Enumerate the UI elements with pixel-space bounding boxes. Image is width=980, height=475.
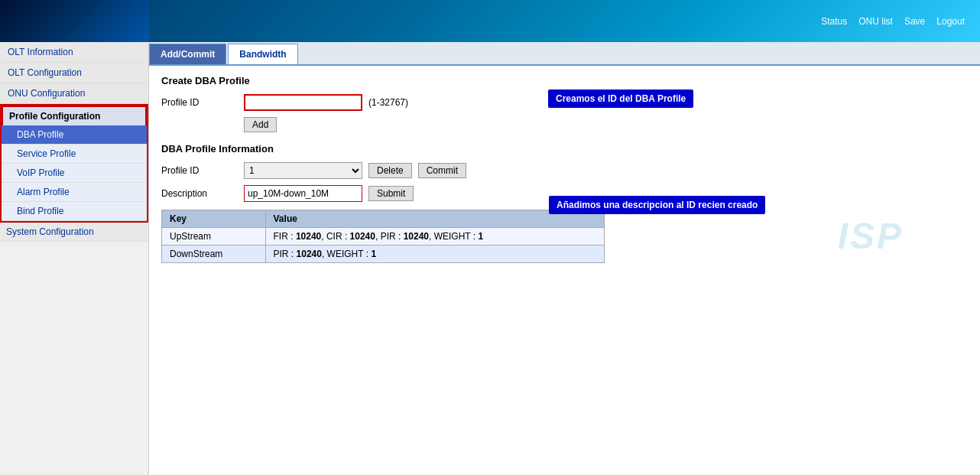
sidebar-system-configuration[interactable]: System Configuration xyxy=(0,223,148,242)
tab-bandwidth[interactable]: Bandwidth xyxy=(228,44,297,64)
onu-list-link[interactable]: ONU list xyxy=(858,16,893,27)
create-profile-id-label: Profile ID xyxy=(161,97,238,108)
description-label: Description xyxy=(161,188,238,199)
tab-add-commit[interactable]: Add/Commit xyxy=(149,44,226,64)
sidebar-profile-configuration[interactable]: Profile Configuration xyxy=(2,106,147,125)
create-profile-id-input[interactable] xyxy=(244,94,362,111)
header-nav: Status ONU list Save Logout xyxy=(821,16,965,27)
table-header-value: Value xyxy=(265,210,604,228)
main-content: Add/Commit Bandwidth Create DBA Profile … xyxy=(149,42,980,475)
table-row: UpStreamFIR : 10240, CIR : 10240, PIR : … xyxy=(162,228,605,246)
add-button[interactable]: Add xyxy=(244,117,277,132)
tab-bar: Add/Commit Bandwidth xyxy=(149,42,980,66)
sidebar: OLT Information OLT Configuration ONU Co… xyxy=(0,42,149,475)
range-hint: (1-32767) xyxy=(368,97,408,108)
info-profile-id-label: Profile ID xyxy=(161,165,238,176)
data-table: Key Value UpStreamFIR : 10240, CIR : 102… xyxy=(161,210,605,263)
sidebar-olt-configuration[interactable]: OLT Configuration xyxy=(0,63,148,83)
sidebar-service-profile[interactable]: Service Profile xyxy=(2,145,147,164)
status-link[interactable]: Status xyxy=(821,16,847,27)
table-cell-value: FIR : 10240, CIR : 10240, PIR : 10240, W… xyxy=(265,228,604,246)
table-cell-value: PIR : 10240, WEIGHT : 1 xyxy=(265,246,604,263)
content-area: Create DBA Profile Profile ID (1-32767) … xyxy=(149,66,980,272)
sidebar-bind-profile[interactable]: Bind Profile xyxy=(2,202,147,221)
sidebar-voip-profile[interactable]: VoIP Profile xyxy=(2,164,147,183)
sidebar-onu-configuration[interactable]: ONU Configuration xyxy=(0,83,148,104)
info-section: DBA Profile Information Profile ID 1 2 3… xyxy=(161,143,968,263)
save-link[interactable]: Save xyxy=(904,16,925,27)
table-row: DownStreamPIR : 10240, WEIGHT : 1 xyxy=(162,246,605,263)
create-profile-id-row: Profile ID (1-32767) xyxy=(161,94,968,111)
description-input[interactable] xyxy=(244,185,362,202)
sidebar-dba-profile[interactable]: DBA Profile xyxy=(2,125,147,145)
add-button-row: Add xyxy=(161,117,968,132)
table-header-key: Key xyxy=(162,210,266,228)
submit-button[interactable]: Submit xyxy=(368,186,414,201)
commit-button[interactable]: Commit xyxy=(418,163,466,178)
profile-id-select[interactable]: 1 2 3 xyxy=(244,162,362,179)
table-cell-key: DownStream xyxy=(162,246,266,263)
sidebar-alarm-profile[interactable]: Alarm Profile xyxy=(2,183,147,202)
create-section-title: Create DBA Profile xyxy=(161,75,968,86)
table-cell-key: UpStream xyxy=(162,228,266,246)
delete-button[interactable]: Delete xyxy=(368,163,412,178)
description-row: Description Submit xyxy=(161,185,968,202)
info-section-title: DBA Profile Information xyxy=(161,143,968,155)
sidebar-olt-information[interactable]: OLT Information xyxy=(0,42,148,63)
logout-link[interactable]: Logout xyxy=(936,16,965,27)
info-profile-id-row: Profile ID 1 2 3 Delete Commit xyxy=(161,162,968,179)
